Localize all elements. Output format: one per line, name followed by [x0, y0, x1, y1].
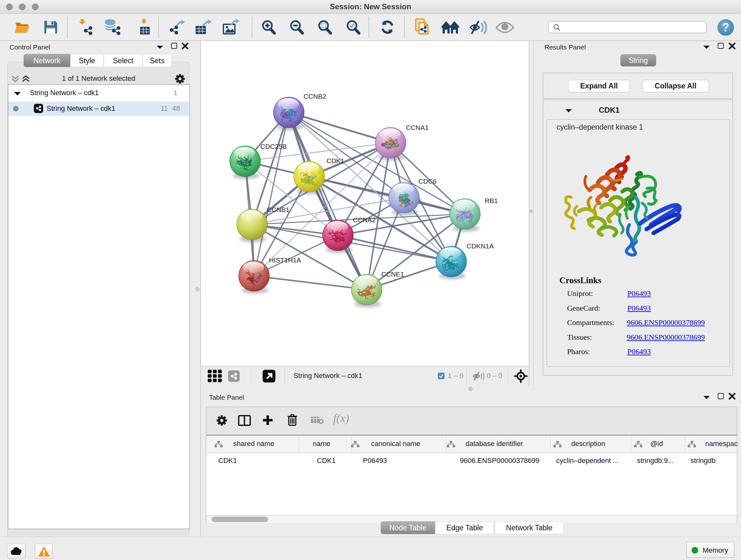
svg-text:CDC25B: CDC25B	[260, 143, 287, 150]
svg-text:CDKN1A: CDKN1A	[467, 242, 494, 250]
svg-text:RB1: RB1	[485, 197, 498, 204]
svg-text:CCNA2: CCNA2	[353, 216, 376, 224]
svg-text:CCNB2: CCNB2	[304, 92, 326, 100]
svg-text:CCNB1: CCNB1	[267, 206, 289, 213]
svg-text:HIST1H1A: HIST1H1A	[269, 256, 301, 264]
svg-text:CDK1: CDK1	[327, 157, 344, 165]
svg-text:CCNE1: CCNE1	[381, 270, 404, 278]
svg-text:CDC6: CDC6	[418, 178, 436, 185]
svg-text:CCNA1: CCNA1	[406, 124, 428, 131]
svg-text:?: ?	[722, 21, 729, 34]
